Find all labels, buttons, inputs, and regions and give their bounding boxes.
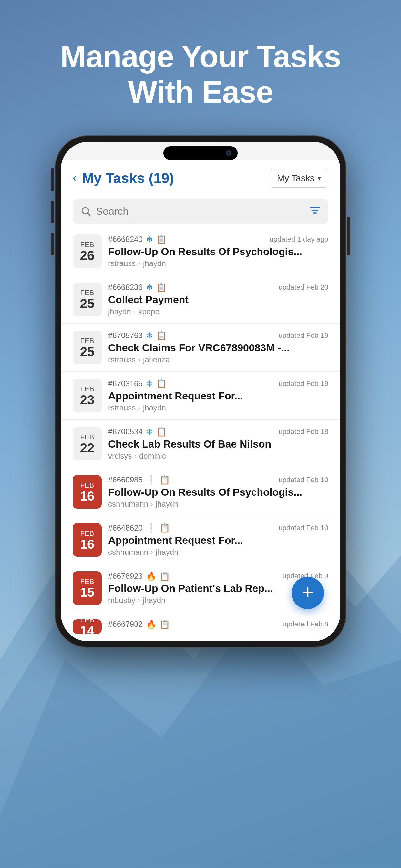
task-title: Collect Payment bbox=[108, 294, 328, 306]
date-badge: Feb 23 bbox=[73, 379, 102, 412]
task-item[interactable]: Feb 22 #6700534 ❄ 📋 updated Feb 18 Check… bbox=[61, 420, 340, 468]
arrow-icon: › bbox=[138, 259, 141, 267]
task-id-row: #6705763 ❄ 📋 bbox=[108, 331, 166, 341]
filter-icon[interactable] bbox=[309, 205, 320, 218]
date-badge: Feb 14 bbox=[73, 619, 102, 634]
task-title: Follow-Up On Results Of Psychologis... bbox=[108, 486, 328, 498]
task-id-row: #6700534 ❄ 📋 bbox=[108, 427, 166, 437]
task-title: ... bbox=[108, 631, 328, 634]
attachment-icon: 📋 bbox=[159, 475, 170, 485]
task-list: Feb 26 #6668240 ❄ 📋 updated 1 day ago Fo… bbox=[61, 227, 340, 641]
updated-text: updated Feb 10 bbox=[279, 476, 328, 484]
date-badge: Feb 25 bbox=[73, 283, 102, 316]
task-item[interactable]: Feb 16 #6648620 ❕ 📋 updated Feb 10 Appoi… bbox=[61, 516, 340, 564]
priority-icon: ❄ bbox=[146, 235, 153, 244]
to-user: kpope bbox=[138, 307, 159, 316]
to-user: jhaydn bbox=[143, 596, 166, 605]
task-title: Appointment Request For... bbox=[108, 390, 328, 402]
task-id-row: #6648620 ❕ 📋 bbox=[108, 523, 170, 533]
from-user: rstrauss bbox=[108, 403, 135, 412]
plus-icon: + bbox=[302, 582, 313, 602]
search-bar[interactable] bbox=[73, 198, 328, 224]
to-user: jhaydn bbox=[143, 259, 166, 268]
from-user: vrclsys bbox=[108, 452, 132, 461]
priority-icon: 🔥 bbox=[146, 619, 156, 629]
app-header: ‹ My Tasks (19) My Tasks ▾ bbox=[61, 160, 340, 194]
updated-text: updated Feb 10 bbox=[279, 524, 328, 532]
updated-text: updated 1 day ago bbox=[270, 235, 328, 244]
task-meta: #6703165 ❄ 📋 updated Feb 19 bbox=[108, 379, 328, 389]
from-user: mbusby bbox=[108, 596, 135, 605]
date-badge: Feb 16 bbox=[73, 475, 102, 508]
task-assignee: jhaydn › kpope bbox=[108, 307, 328, 316]
task-month: Feb bbox=[81, 433, 94, 441]
from-user: cshhumann bbox=[108, 500, 148, 508]
task-id-row: #6678923 🔥 📋 bbox=[108, 571, 170, 581]
task-month: Feb bbox=[81, 289, 94, 297]
task-meta: #6660985 ❕ 📋 updated Feb 10 bbox=[108, 475, 328, 485]
task-month: Feb bbox=[81, 337, 94, 345]
task-day: 23 bbox=[80, 393, 95, 406]
date-badge: Feb 16 bbox=[73, 523, 102, 557]
search-input[interactable] bbox=[96, 206, 305, 217]
task-id-row: #6660985 ❕ 📋 bbox=[108, 475, 170, 485]
task-id-row: #6667932 🔥 📋 bbox=[108, 619, 170, 629]
arrow-icon: › bbox=[134, 308, 136, 315]
task-title: Follow-Up On Results Of Psychologis... bbox=[108, 246, 328, 258]
task-item[interactable]: Feb 26 #6668240 ❄ 📋 updated 1 day ago Fo… bbox=[61, 227, 340, 275]
task-day: 15 bbox=[80, 586, 95, 599]
add-task-button[interactable]: + bbox=[291, 577, 324, 609]
task-day: 16 bbox=[80, 538, 95, 551]
to-user: jhaydn bbox=[156, 548, 179, 557]
task-info: #6660985 ❕ 📋 updated Feb 10 Follow-Up On… bbox=[108, 475, 328, 508]
task-meta: #6705763 ❄ 📋 updated Feb 19 bbox=[108, 331, 328, 341]
priority-icon: ❄ bbox=[146, 331, 153, 341]
task-item[interactable]: Feb 23 #6703165 ❄ 📋 updated Feb 19 Appoi… bbox=[61, 372, 340, 420]
task-assignee: vrclsys › dominic bbox=[108, 452, 328, 461]
hero-title: Manage Your Tasks With Ease bbox=[0, 39, 401, 110]
priority-icon: ❕ bbox=[146, 523, 156, 533]
task-id: #6648620 bbox=[108, 523, 143, 532]
task-item[interactable]: Feb 25 #6705763 ❄ 📋 updated Feb 19 Check… bbox=[61, 323, 340, 372]
task-info: #6705763 ❄ 📋 updated Feb 19 Check Claims… bbox=[108, 331, 328, 364]
task-meta: #6668236 ❄ 📋 updated Feb 20 bbox=[108, 283, 328, 292]
priority-icon: 🔥 bbox=[146, 571, 156, 581]
date-badge: Feb 22 bbox=[73, 427, 102, 461]
task-id: #6700534 bbox=[108, 427, 143, 436]
task-item[interactable]: Feb 14 #6667932 🔥 📋 updated Feb 8 ... bbox=[61, 612, 340, 641]
task-item[interactable]: Feb 16 #6660985 ❕ 📋 updated Feb 10 Follo… bbox=[61, 468, 340, 516]
task-assignee: rstrauss › jatienza bbox=[108, 355, 328, 364]
arrow-icon: › bbox=[134, 452, 136, 460]
attachment-icon: 📋 bbox=[156, 427, 166, 437]
task-meta: #6700534 ❄ 📋 updated Feb 18 bbox=[108, 427, 328, 437]
attachment-icon: 📋 bbox=[159, 571, 170, 581]
task-info: #6668236 ❄ 📋 updated Feb 20 Collect Paym… bbox=[108, 283, 328, 316]
task-assignee: cshhumann › jhaydn bbox=[108, 548, 328, 557]
search-icon bbox=[81, 206, 91, 217]
back-button[interactable]: ‹ bbox=[73, 171, 77, 185]
task-meta: #6667932 🔥 📋 updated Feb 8 bbox=[108, 619, 328, 629]
task-info: #6648620 ❕ 📋 updated Feb 10 Appointment … bbox=[108, 523, 328, 557]
task-item[interactable]: Feb 25 #6668236 ❄ 📋 updated Feb 20 Colle… bbox=[61, 275, 340, 323]
priority-icon: ❄ bbox=[146, 283, 153, 292]
task-day: 26 bbox=[80, 249, 95, 262]
task-assignee: rstrauss › jhaydn bbox=[108, 403, 328, 412]
to-user: jatienza bbox=[143, 355, 170, 364]
task-month: Feb bbox=[81, 385, 94, 393]
dynamic-island bbox=[163, 146, 238, 160]
task-filter-dropdown[interactable]: My Tasks ▾ bbox=[270, 169, 328, 188]
task-id-row: #6668236 ❄ 📋 bbox=[108, 283, 166, 292]
attachment-icon: 📋 bbox=[156, 379, 166, 389]
chevron-down-icon: ▾ bbox=[318, 175, 321, 182]
date-badge: Feb 26 bbox=[73, 235, 102, 268]
task-month: Feb bbox=[81, 529, 94, 538]
updated-text: updated Feb 19 bbox=[279, 331, 328, 340]
task-day: 16 bbox=[80, 490, 95, 502]
task-info: #6703165 ❄ 📋 updated Feb 19 Appointment … bbox=[108, 379, 328, 412]
task-id: #6678923 bbox=[108, 571, 143, 581]
to-user: jhaydn bbox=[143, 403, 166, 412]
task-id: #6703165 bbox=[108, 379, 143, 388]
task-month: Feb bbox=[81, 578, 94, 586]
from-user: cshhumann bbox=[108, 548, 148, 557]
task-id: #6667932 bbox=[108, 620, 143, 629]
